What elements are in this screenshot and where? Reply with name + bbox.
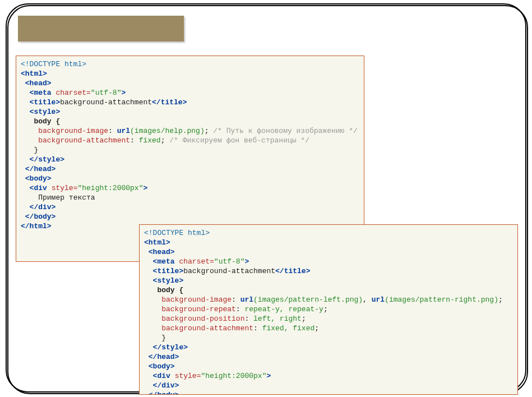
tag-div-gt: > — [266, 372, 271, 380]
val-fixed: fixed, fixed — [262, 324, 315, 333]
selector-body: body { — [34, 117, 60, 126]
prop-bg-image: background-image — [38, 127, 108, 135]
slide-container: <!DOCTYPE html> <html> <head> <meta char… — [0, 0, 532, 397]
val-repeat: repeat-y, repeat-y — [244, 305, 323, 313]
tag-style-open: <style> — [153, 276, 184, 285]
tag-div-open: <div — [30, 184, 47, 192]
val-utf8: "utf-8" — [214, 257, 245, 266]
tag-head-close: </head> — [149, 353, 179, 361]
tag-body-open: <body> — [25, 174, 52, 183]
tag-title-open: <title> — [30, 98, 61, 107]
prop-bg-pos: background-position — [161, 315, 244, 323]
tag-style-open: <style> — [30, 108, 61, 116]
tag-html-open: <html> — [21, 70, 47, 78]
val-pos: left, right — [253, 315, 302, 323]
prop-bg-repeat: background-repeat — [161, 305, 236, 313]
tag-div-end: </div> — [153, 381, 179, 390]
val-utf8: "utf-8" — [91, 89, 122, 97]
semi: ; — [498, 296, 503, 304]
attr-style: style= — [52, 184, 78, 192]
tag-body-open: <body> — [149, 362, 175, 371]
tag-title-close: </title> — [152, 98, 187, 107]
func-url1: url — [240, 296, 253, 304]
tag-meta-open: <meta — [153, 257, 175, 266]
func-url2: url — [372, 296, 385, 304]
tag-html-close: </html> — [21, 222, 52, 230]
semi: ; — [161, 136, 165, 145]
comma: , — [363, 296, 367, 304]
tag-meta-close: > — [244, 257, 249, 266]
prop-bg-image: background-image — [161, 296, 232, 304]
tag-div-end: </div> — [30, 203, 56, 211]
tag-body-close: </body> — [149, 391, 179, 395]
url-arg2: (images/pattern-right.png) — [385, 296, 498, 304]
doctype: <!DOCTYPE html> — [21, 60, 86, 68]
tag-head-open: <head> — [25, 79, 52, 87]
val-height: "height:2000px" — [77, 184, 143, 192]
tag-title-close: </title> — [275, 267, 310, 275]
prop-bg-attach: background-attachment — [161, 324, 253, 333]
tag-body-close: </body> — [25, 213, 56, 221]
selector-body: body { — [157, 286, 183, 294]
url-arg: (images/help.png) — [130, 127, 205, 135]
tag-head-open: <head> — [149, 248, 175, 256]
doctype: <!DOCTYPE html> — [144, 229, 210, 237]
tag-style-close: </style> — [153, 343, 188, 352]
attr-charset: charset= — [179, 257, 214, 266]
comment-1: /* Путь к фоновому изображению */ — [213, 127, 357, 135]
prop-bg-attach: background-attachment — [38, 136, 130, 145]
semi: ; — [205, 127, 209, 135]
tag-div-open: <div — [153, 372, 170, 380]
brace-close: } — [161, 334, 166, 342]
url-arg1: (images/pattern-left.png) — [253, 296, 363, 304]
title-text: background-attachment — [60, 98, 152, 107]
tag-head-close: </head> — [25, 165, 56, 173]
val-fixed: fixed — [139, 136, 161, 145]
code-block-2: <!DOCTYPE html> <html> <head> <meta char… — [139, 224, 518, 395]
div-text: Пример текста — [38, 193, 95, 202]
title-text: background-attachment — [183, 267, 275, 275]
tag-div-gt: > — [143, 184, 147, 192]
title-placeholder — [18, 16, 184, 41]
semi: ; — [314, 324, 319, 333]
brace-close: } — [34, 146, 38, 154]
tag-style-close: </style> — [30, 155, 64, 164]
val-height: "height:2000px" — [201, 372, 266, 380]
semi: ; — [323, 305, 328, 313]
func-url: url — [117, 127, 130, 135]
tag-meta-open: <meta — [30, 89, 52, 97]
semi: ; — [302, 315, 306, 323]
attr-charset: charset= — [55, 89, 90, 97]
tag-html-open: <html> — [144, 238, 170, 247]
comment-2: /* Фиксируем фон веб-страницы */ — [169, 136, 309, 145]
tag-title-open: <title> — [153, 267, 184, 275]
attr-style: style= — [175, 372, 201, 380]
tag-meta-close: > — [121, 89, 126, 97]
